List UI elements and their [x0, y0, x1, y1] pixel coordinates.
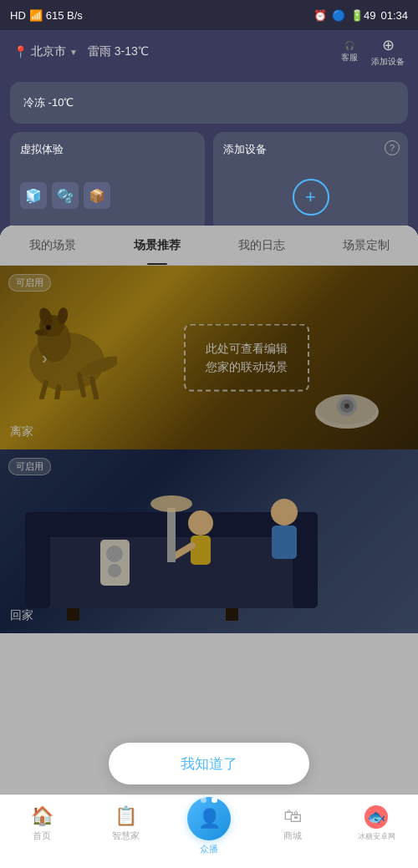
- nav-smart-home-label: 智慧家: [112, 830, 140, 842]
- network-indicator: HD: [10, 9, 26, 22]
- broadcast-center-icon: 👤: [187, 797, 231, 840]
- understand-button-wrapper: 我知道了: [109, 743, 309, 784]
- alarm-icon: ⏰: [314, 9, 327, 22]
- dots-indicator: [201, 797, 217, 803]
- cards-row: 虚拟体验 🧊 🫧 📦 添加设备 ? +: [10, 132, 408, 232]
- nav-watermark[interactable]: 🐟 冰糖安卓网: [334, 802, 418, 842]
- virtual-card-title: 虚拟体验: [20, 143, 64, 155]
- bluetooth-icon: 🔵: [332, 9, 345, 22]
- add-device-circle-button[interactable]: +: [293, 179, 329, 216]
- signal-icon: 📶: [29, 9, 43, 22]
- washer-icon: 🫧: [52, 182, 79, 209]
- speed-indicator: 615 B/s: [46, 9, 83, 22]
- nav-home-label: 首页: [33, 830, 51, 842]
- time-display: 01:34: [380, 9, 408, 22]
- customer-service-label: 客服: [341, 52, 358, 63]
- add-device-button[interactable]: ⊕ 添加设备: [371, 36, 405, 68]
- city-name: 北京市: [31, 44, 66, 59]
- top-bar: 📍 北京市 ▼ 雷雨 3-13℃ 🎧 客服 ⊕ 添加设备: [0, 30, 418, 74]
- bottom-nav: 🏠 首页 📋 智慧家 👤 众播 🛍 商城 🐟 冰糖安卓网: [0, 794, 418, 868]
- status-bar: HD 📶 615 B/s ⏰ 🔵 🔋49 01:34: [0, 0, 418, 30]
- fridge-icon: 🧊: [20, 182, 47, 209]
- add-device-label: 添加设备: [371, 56, 405, 68]
- smart-home-icon: 📋: [115, 805, 137, 827]
- add-device-card-title: 添加设备: [223, 142, 267, 157]
- location-area[interactable]: 📍 北京市 ▼ 雷雨 3-13℃: [13, 44, 149, 59]
- main-content: 冷冻 -10℃ 虚拟体验 🧊 🫧 📦 添加设备 ? +: [0, 74, 418, 868]
- headset-icon: 🎧: [344, 41, 354, 50]
- fridge-temp-label: 冷冻 -10℃: [23, 95, 74, 110]
- add-circle-icon: ⊕: [382, 36, 395, 54]
- people-icon: 👤: [198, 808, 221, 830]
- overlay-dim: [0, 226, 418, 794]
- fridge-card[interactable]: 冷冻 -10℃: [10, 82, 408, 124]
- understand-button[interactable]: 我知道了: [109, 743, 309, 784]
- nav-shop-label: 商城: [283, 830, 302, 842]
- home-icon: 🏠: [31, 805, 54, 827]
- nav-home[interactable]: 🏠 首页: [0, 802, 84, 842]
- weather-info: 雷雨 3-13℃: [88, 44, 149, 59]
- status-left: HD 📶 615 B/s: [10, 9, 83, 22]
- top-right-icons: 🎧 客服 ⊕ 添加设备: [341, 36, 405, 68]
- shop-icon: 🛍: [283, 805, 302, 827]
- dot-1: [201, 797, 206, 803]
- dropdown-arrow-icon: ▼: [69, 48, 78, 57]
- nav-broadcast[interactable]: 👤 众播: [167, 802, 251, 855]
- dot-2: [212, 797, 217, 803]
- fish-icon: 🐟: [364, 805, 388, 829]
- oven-icon: 📦: [84, 182, 110, 209]
- add-device-card[interactable]: 添加设备 ? +: [213, 132, 408, 232]
- virtual-device-icons: 🧊 🫧 📦: [20, 182, 195, 209]
- customer-service-button[interactable]: 🎧 客服: [341, 41, 358, 63]
- status-right: ⏰ 🔵 🔋49 01:34: [314, 9, 408, 22]
- battery-icon: 🔋49: [350, 9, 375, 22]
- cards-area: 冷冻 -10℃ 虚拟体验 🧊 🫧 📦 添加设备 ? +: [0, 74, 418, 241]
- nav-broadcast-label: 众播: [200, 843, 218, 855]
- virtual-experience-card[interactable]: 虚拟体验 🧊 🫧 📦: [10, 132, 205, 232]
- nav-shop[interactable]: 🛍 商城: [251, 802, 334, 842]
- nav-watermark-label: 冰糖安卓网: [358, 831, 395, 842]
- location-pin-icon: 📍: [13, 45, 28, 58]
- nav-smart-home[interactable]: 📋 智慧家: [84, 802, 167, 842]
- help-icon[interactable]: ?: [385, 140, 400, 155]
